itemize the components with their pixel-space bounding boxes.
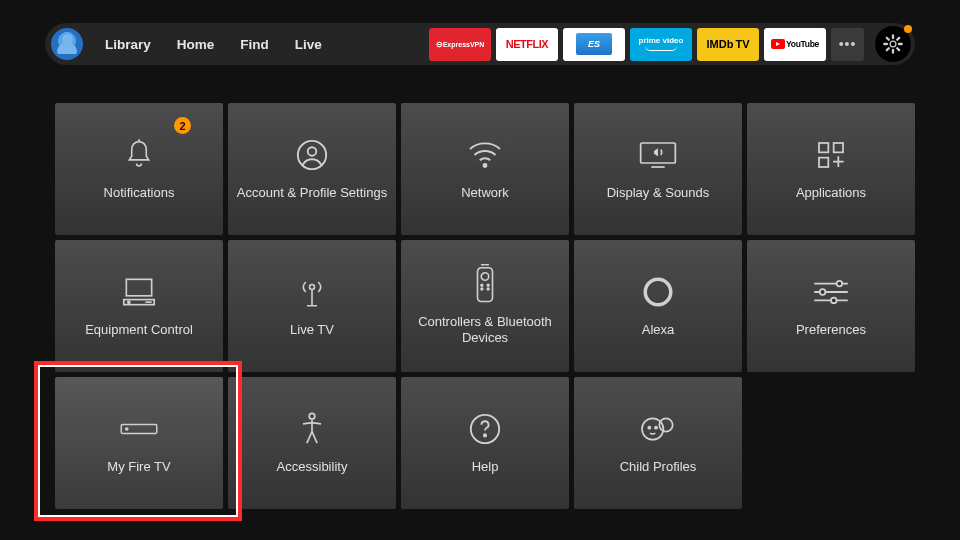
svg-point-15 [487,284,489,286]
settings-grid: 2 Notifications Account & Profile Settin… [55,103,915,509]
tile-applications[interactable]: Applications [747,103,915,235]
app-expressvpn-label: ExpressVPN [443,41,485,48]
svg-point-20 [820,289,826,295]
svg-point-3 [484,164,487,167]
settings-button[interactable] [875,26,911,62]
tile-account-profile[interactable]: Account & Profile Settings [228,103,396,235]
svg-point-19 [837,281,843,287]
tile-label: Controllers & Bluetooth Devices [409,314,561,347]
nav-home[interactable]: Home [177,37,215,52]
svg-point-18 [645,279,671,305]
tile-equipment-control[interactable]: Equipment Control [55,240,223,372]
imdb-label: IMDb [707,38,734,50]
app-imdbtv[interactable]: IMDbTV [697,28,759,61]
es-logo-icon: ES [576,33,612,55]
imdb-tv-label: TV [735,38,749,50]
svg-point-26 [484,434,486,436]
svg-point-0 [890,41,896,47]
tile-label: Display & Sounds [607,185,710,201]
prime-label-2: video [663,36,684,45]
gear-icon [882,33,904,55]
tile-label: My Fire TV [107,459,170,475]
svg-point-23 [126,428,128,430]
bell-icon [119,137,159,173]
app-netflix[interactable]: NETFLIX [496,28,558,61]
apps-more-button[interactable]: ••• [831,28,864,61]
app-tiles: ⊝ ExpressVPN NETFLIX ES prime video IMDb… [429,26,911,62]
apps-grid-icon [811,137,851,173]
app-esfileexplorer[interactable]: ES [563,28,625,61]
tile-my-fire-tv[interactable]: My Fire TV [55,377,223,509]
tile-live-tv[interactable]: Live TV [228,240,396,372]
tile-network[interactable]: Network [401,103,569,235]
tile-label: Network [461,185,509,201]
youtube-play-icon [771,39,785,49]
tile-alexa[interactable]: Alexa [574,240,742,372]
wifi-icon [465,137,505,173]
tile-label: Alexa [642,322,675,338]
svg-point-13 [481,273,489,281]
tile-accessibility[interactable]: Accessibility [228,377,396,509]
alexa-ring-icon [638,274,678,310]
notifications-badge: 2 [174,117,191,134]
app-youtube[interactable]: YouTube [764,28,826,61]
tile-label: Notifications [104,185,175,201]
nav-library[interactable]: Library [105,37,151,52]
svg-point-2 [308,147,317,156]
app-expressvpn[interactable]: ⊝ ExpressVPN [429,28,491,61]
svg-rect-7 [819,158,828,167]
svg-point-28 [659,418,672,431]
tile-label: Child Profiles [620,459,697,475]
prime-label-1: prime [639,36,661,45]
tile-label: Accessibility [277,459,348,475]
svg-rect-6 [834,143,843,152]
tile-label: Applications [796,185,866,201]
tile-controllers-bluetooth[interactable]: Controllers & Bluetooth Devices [401,240,569,372]
user-circle-icon [292,137,332,173]
tile-label: Live TV [290,322,334,338]
tile-label: Preferences [796,322,866,338]
svg-rect-8 [126,279,151,295]
svg-point-29 [648,426,650,428]
svg-point-24 [309,413,315,419]
settings-notification-dot [904,25,912,33]
tile-child-profiles[interactable]: Child Profiles [574,377,742,509]
child-profiles-icon [638,411,678,447]
nav-live[interactable]: Live [295,37,322,52]
tile-preferences[interactable]: Preferences [747,240,915,372]
top-nav-bar: Library Home Find Live ⊝ ExpressVPN NETF… [45,23,915,65]
tile-label: Help [472,459,499,475]
svg-point-30 [655,426,657,428]
tile-help[interactable]: Help [401,377,569,509]
help-circle-icon [465,411,505,447]
firetv-device-icon [119,411,159,447]
tile-notifications[interactable]: 2 Notifications [55,103,223,235]
remote-icon [465,266,505,302]
tile-label: Account & Profile Settings [237,185,387,201]
sliders-icon [811,274,851,310]
tile-label: Equipment Control [85,322,193,338]
profile-avatar[interactable] [51,28,83,60]
svg-rect-5 [819,143,828,152]
tile-display-sounds[interactable]: Display & Sounds [574,103,742,235]
antenna-icon [292,274,332,310]
svg-point-10 [128,301,130,303]
tv-sound-icon [638,137,678,173]
svg-point-16 [481,288,483,290]
youtube-label: YouTube [786,39,819,49]
equipment-icon [119,274,159,310]
svg-point-11 [310,284,315,289]
accessibility-icon [292,411,332,447]
nav-find[interactable]: Find [240,37,269,52]
app-primevideo[interactable]: prime video [630,28,692,61]
svg-point-21 [831,297,837,303]
svg-point-14 [481,284,483,286]
nav-items: Library Home Find Live [105,37,322,52]
svg-point-17 [487,288,489,290]
